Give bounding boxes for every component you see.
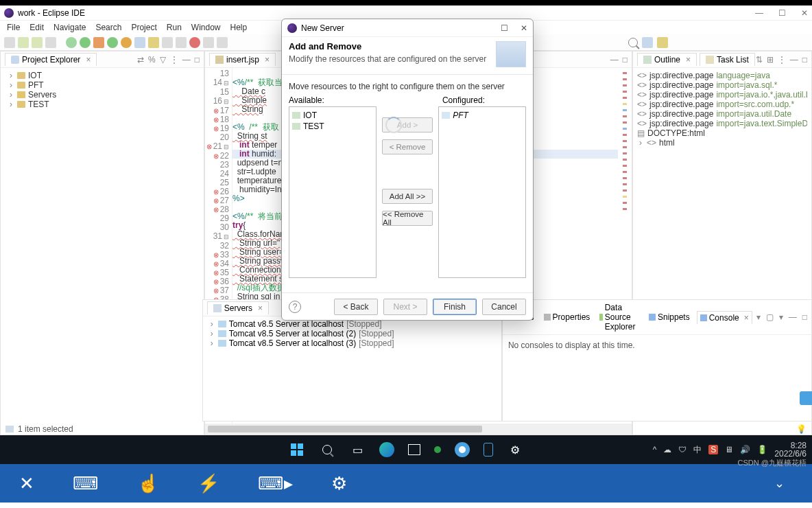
minimize-view-icon[interactable]: — [182,55,191,65]
sort-icon[interactable]: ⇅ [756,55,763,65]
console-tab[interactable]: Console× [697,311,752,324]
gear-icon[interactable]: ⚙ [331,473,347,494]
new-icon[interactable] [4,37,15,48]
touch-icon[interactable]: ☝ [137,473,159,494]
nav-back-icon[interactable] [203,37,214,48]
perspective-jee-icon[interactable] [642,37,653,48]
available-list[interactable]: IOT TEST [289,106,377,278]
server-icon[interactable] [134,37,145,48]
window-minimize-icon[interactable]: — [755,8,763,18]
server-item[interactable]: ›Tomcat v8.5 Server at localhost [Stoppe… [208,319,496,329]
bolt-icon[interactable]: ⚡ [198,473,219,494]
window-close-icon[interactable]: ✕ [801,8,808,18]
maximize-view-icon[interactable]: □ [195,55,200,65]
nav-fwd-icon[interactable] [217,37,228,48]
tray-security-icon[interactable]: 🛡 [678,445,686,454]
servers-tab[interactable]: Servers × [207,301,269,314]
dialog-close-icon[interactable]: ✕ [521,23,527,33]
min-console-icon[interactable]: — [789,312,797,322]
coverage-icon[interactable] [93,37,104,48]
remove-all-button[interactable]: << Remove All [382,211,433,226]
available-item[interactable]: TEST [292,121,373,132]
save-icon[interactable] [18,37,29,48]
app-icon-3[interactable] [483,443,493,457]
side-float-button[interactable] [800,391,812,405]
project-item[interactable]: ›IOT [8,71,197,80]
menu-search[interactable]: Search [95,23,121,32]
tray-monitor-icon[interactable]: 🖥 [725,445,733,454]
run-last-icon[interactable] [107,37,118,48]
taskbar-clock[interactable]: 8:28 2022/6/6 [774,441,807,458]
editor-max-icon[interactable]: □ [623,55,628,65]
menu-file[interactable]: File [7,23,20,32]
outline-item[interactable]: <> jsp:directive.page import=java.io.*,j… [637,90,807,100]
tray-onedrive-icon[interactable]: ☁ [663,445,671,454]
project-item[interactable]: ›Servers [8,90,197,100]
cancel-button[interactable]: Cancel [482,299,526,315]
build-icon[interactable] [45,37,56,48]
input-method-icon[interactable]: ⌨▸ [258,473,293,494]
horizontal-scrollbar-thumb[interactable] [208,426,482,432]
collapse-icon[interactable]: ⌄ [774,476,785,491]
edge-icon[interactable] [379,442,394,457]
configured-item[interactable]: PFT [442,110,523,121]
search-tb-icon[interactable] [176,37,187,48]
add-button[interactable]: Add > [382,117,433,132]
taskbar-search-icon[interactable] [319,441,335,458]
stop-icon[interactable] [189,37,200,48]
settings-gear-icon[interactable]: ⚙ [507,441,523,458]
data-source-explorer-tab[interactable]: Data Source Explorer [597,301,642,333]
tray-volume-icon[interactable]: 🔊 [740,445,750,454]
open-console-icon[interactable]: ▾ [779,312,783,322]
app-icon-1[interactable] [434,446,441,453]
profile-icon[interactable] [121,37,132,48]
new-server-icon[interactable] [148,37,159,48]
outline-item[interactable]: <> jsp:directive.page import=java.text.S… [637,119,807,128]
collapse-all-icon[interactable]: ⇄ [137,55,144,65]
quick-access-search-icon[interactable] [628,38,638,47]
tray-ime-icon[interactable]: 中 [693,444,702,456]
perspective-java-icon[interactable] [657,37,668,48]
outline-tab[interactable]: Outline × [637,53,697,66]
min-outline-icon[interactable]: — [790,55,798,65]
menu-project[interactable]: Project [131,23,156,32]
close-editor-icon[interactable]: × [265,55,270,65]
view-menu-icon[interactable]: ⋮ [170,55,178,65]
menu-edit[interactable]: Edit [29,23,44,32]
close-tab-icon[interactable]: × [86,55,91,65]
tip-bulb-icon[interactable]: 💡 [796,424,807,434]
outline-item[interactable]: › <> html [637,138,807,148]
close-servers-icon[interactable]: × [258,303,263,313]
server-item[interactable]: ›Tomcat v8.5 Server at localhost (3) [St… [208,338,496,348]
window-maximize-icon[interactable]: ☐ [778,8,786,18]
menu-navigate[interactable]: Navigate [53,23,86,32]
horizontal-scrollbar-track[interactable] [205,424,632,435]
editor-tab[interactable]: insert.jsp × [209,53,276,66]
outline-item[interactable]: <> jsp:directive.page import=src.com.udp… [637,100,807,109]
start-button[interactable] [289,441,305,458]
run-icon[interactable] [80,37,91,48]
store-icon[interactable] [408,444,420,455]
project-item[interactable]: ›TEST [8,100,197,109]
help-icon[interactable]: ? [289,301,301,313]
display-console-icon[interactable]: ▢ [766,312,774,322]
menu-help[interactable]: Help [230,23,248,32]
open-type-icon[interactable] [162,37,173,48]
close-console-icon[interactable]: × [744,313,749,323]
keyboard-icon[interactable]: ⌨ [73,473,99,494]
tray-chevron-icon[interactable]: ^ [653,445,657,454]
outline-item[interactable]: <> jsp:directive.page import=java.sql.* [637,80,807,90]
properties-tab[interactable]: Properties [541,311,593,323]
finish-button[interactable]: Finish [433,299,477,315]
editor-min-icon[interactable]: — [610,55,619,65]
outline-item[interactable]: <> jsp:directive.page import=java.util.D… [637,109,807,119]
menu-run[interactable]: Run [167,23,182,32]
close-outline-icon[interactable]: × [686,55,691,65]
save-all-icon[interactable] [32,37,43,48]
hide-fields-icon[interactable]: ⊞ [767,55,774,65]
outline-menu-icon[interactable]: ⋮ [778,55,786,65]
available-item[interactable]: IOT [292,110,373,121]
add-all-button[interactable]: Add All >> [382,189,433,204]
task-view-icon[interactable]: ▭ [349,441,366,458]
tray-battery-icon[interactable]: 🔋 [757,445,767,454]
